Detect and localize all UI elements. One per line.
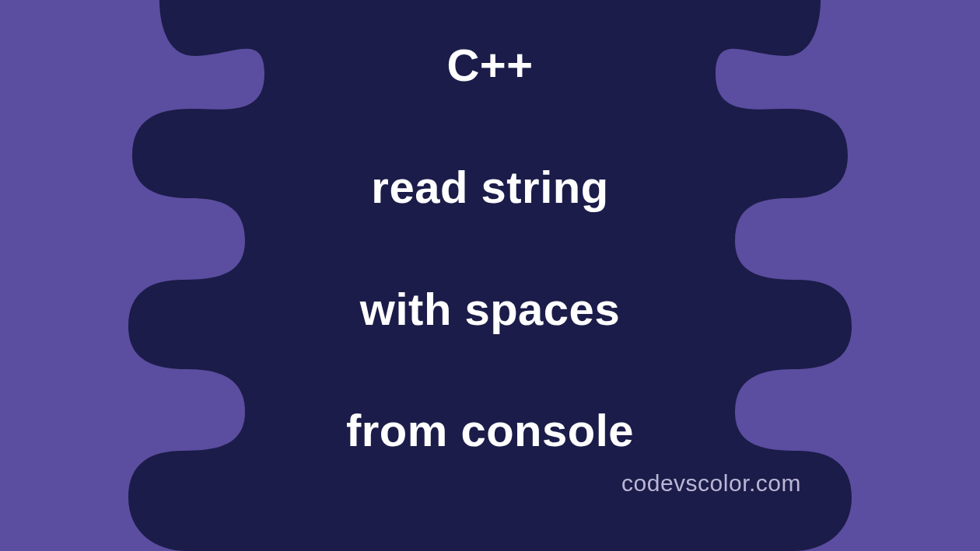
headline: C++ read string with spaces from console [346,0,634,521]
headline-line-1: C++ [346,35,634,96]
watermark: codevscolor.com [621,470,801,497]
headline-line-3: with spaces [346,278,634,339]
headline-line-2: read string [346,157,634,218]
headline-line-4: from console [346,400,634,461]
